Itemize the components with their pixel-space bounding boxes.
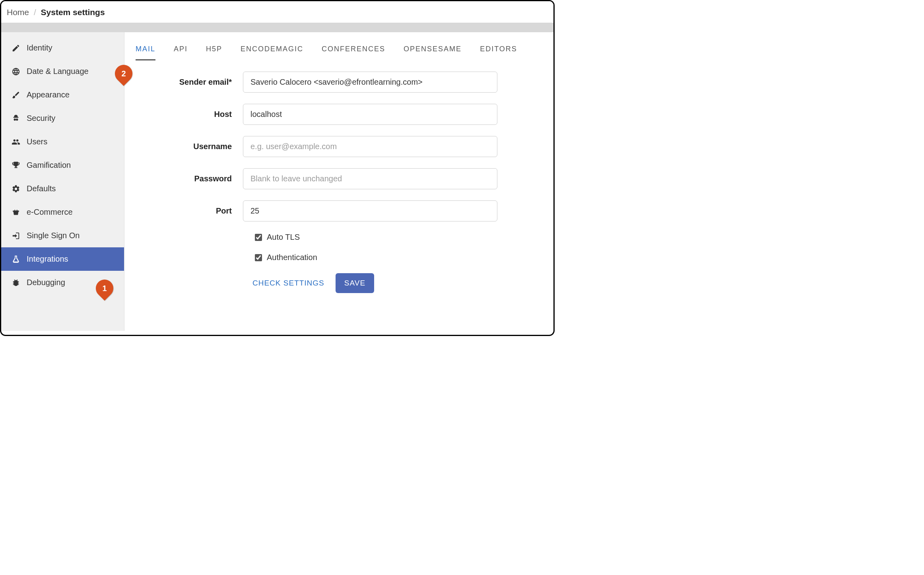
cogs-icon bbox=[11, 185, 21, 193]
sidebar-item-sso[interactable]: Single Sign On bbox=[1, 224, 124, 247]
sidebar-item-defaults[interactable]: Defaults bbox=[1, 177, 124, 200]
tab-encodemagic[interactable]: ENCODEMAGIC bbox=[241, 42, 303, 60]
globe-icon bbox=[11, 67, 21, 76]
users-icon bbox=[11, 138, 21, 146]
sidebar-item-label: e-Commerce bbox=[27, 208, 73, 217]
brush-icon bbox=[11, 91, 21, 99]
autotls-label: Auto TLS bbox=[267, 233, 300, 242]
edit-icon bbox=[11, 44, 21, 52]
sidebar-item-label: Debugging bbox=[27, 278, 65, 287]
password-label: Password bbox=[136, 174, 243, 183]
sidebar-item-security[interactable]: Security bbox=[1, 107, 124, 130]
sidebar-item-date-language[interactable]: Date & Language bbox=[1, 60, 124, 83]
authentication-checkbox[interactable] bbox=[255, 254, 262, 261]
sidebar-item-label: Single Sign On bbox=[27, 231, 80, 240]
sidebar-item-ecommerce[interactable]: e-Commerce bbox=[1, 200, 124, 224]
sidebar-item-label: Identity bbox=[27, 43, 52, 52]
tabs: MAIL API H5P ENCODEMAGIC CONFERENCES OPE… bbox=[136, 42, 542, 60]
breadcrumb-home[interactable]: Home bbox=[7, 8, 29, 17]
sidebar-item-users[interactable]: Users bbox=[1, 130, 124, 153]
tab-editors[interactable]: EDITORS bbox=[480, 42, 517, 60]
sidebar-item-appearance[interactable]: Appearance bbox=[1, 83, 124, 107]
port-label: Port bbox=[136, 206, 243, 216]
tab-mail[interactable]: MAIL bbox=[136, 42, 155, 60]
tab-opensesame[interactable]: OPENSESAME bbox=[404, 42, 462, 60]
host-input[interactable] bbox=[243, 104, 497, 125]
sidebar-item-label: Security bbox=[27, 114, 55, 123]
password-input[interactable] bbox=[243, 168, 497, 189]
trophy-icon bbox=[11, 161, 21, 170]
username-input[interactable] bbox=[243, 136, 497, 157]
tab-api[interactable]: API bbox=[174, 42, 188, 60]
tab-h5p[interactable]: H5P bbox=[206, 42, 222, 60]
host-label: Host bbox=[136, 110, 243, 119]
breadcrumb-sep: / bbox=[34, 8, 36, 17]
sidebar-item-label: Users bbox=[27, 137, 47, 146]
tab-conferences[interactable]: CONFERENCES bbox=[322, 42, 385, 60]
divider-bar bbox=[1, 23, 553, 32]
sender-email-input[interactable] bbox=[243, 72, 497, 93]
sidebar-item-label: Date & Language bbox=[27, 67, 89, 76]
sidebar-item-label: Defaults bbox=[27, 184, 56, 193]
sender-email-label: Sender email* bbox=[136, 78, 243, 87]
bug-icon bbox=[11, 278, 21, 287]
username-label: Username bbox=[136, 142, 243, 151]
sidebar-item-identity[interactable]: Identity bbox=[1, 36, 124, 60]
breadcrumb-current: System settings bbox=[41, 8, 105, 17]
sidebar-item-label: Gamification bbox=[27, 161, 71, 170]
sidebar-item-integrations[interactable]: Integrations bbox=[1, 247, 124, 271]
check-settings-button[interactable]: CHECK SETTINGS bbox=[249, 274, 328, 292]
save-button[interactable]: SAVE bbox=[336, 273, 374, 293]
breadcrumb: Home / System settings bbox=[1, 1, 553, 23]
spy-icon bbox=[11, 114, 21, 123]
basket-icon bbox=[11, 208, 21, 217]
sidebar-item-label: Integrations bbox=[27, 254, 68, 264]
flask-icon bbox=[11, 255, 21, 264]
sidebar-item-label: Appearance bbox=[27, 90, 70, 99]
port-input[interactable] bbox=[243, 200, 497, 221]
authentication-label: Authentication bbox=[267, 253, 317, 262]
autotls-checkbox[interactable] bbox=[255, 234, 262, 241]
sidebar-item-gamification[interactable]: Gamification bbox=[1, 153, 124, 177]
signin-icon bbox=[11, 231, 21, 240]
